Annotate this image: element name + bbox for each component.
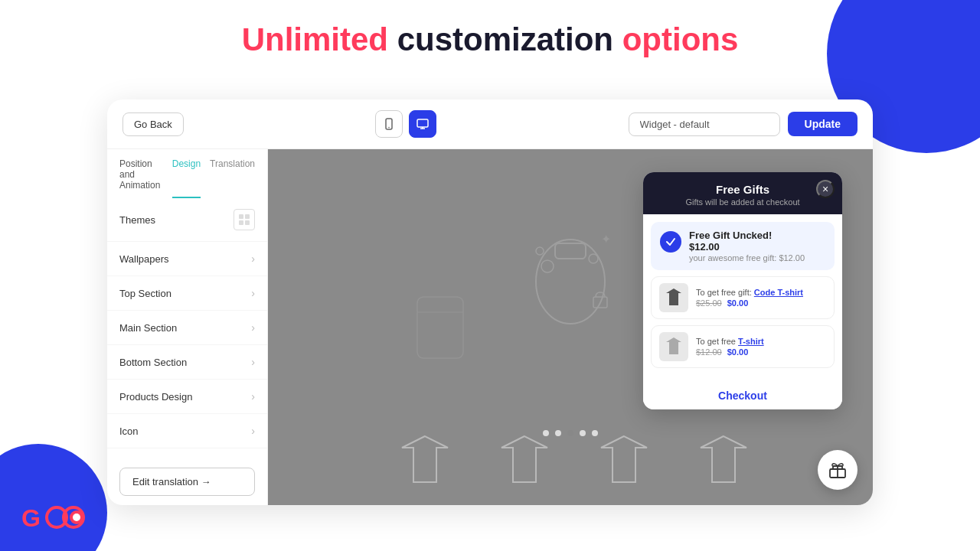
bottom-products [268, 413, 873, 505]
gift-locked-info-1: To get free gift: Code T-shirt $25.00 $0… [696, 288, 826, 308]
sidebar-items-list: Themes Wallpapers › [107, 198, 267, 458]
headline: Unlimited customization options [0, 21, 980, 58]
pagination-dots [543, 430, 598, 436]
svg-point-1 [388, 127, 390, 129]
tshirt-product-icon [663, 287, 684, 308]
svg-rect-16 [417, 297, 463, 358]
svg-rect-2 [417, 119, 428, 127]
sidebar-item-bottom-section[interactable]: Bottom Section › [107, 345, 267, 380]
logo-svg: G [21, 502, 90, 533]
desktop-icon [416, 118, 429, 130]
desktop-device-button[interactable] [409, 110, 436, 138]
free-gifts-widget: Free Gifts Gifts will be added at checko… [643, 172, 842, 409]
headline-word3: options [622, 21, 739, 57]
main-card: Go Back Update [107, 99, 873, 505]
chevron-right-icon: › [251, 253, 255, 265]
chevron-right-icon: › [251, 287, 255, 299]
free-price-2: $0.00 [727, 347, 749, 357]
sidebar-tabs: Position and Animation Design Translatio… [107, 149, 267, 198]
tab-design[interactable]: Design [172, 158, 201, 198]
gift-item-locked-1: To get free gift: Code T-shirt $25.00 $0… [651, 276, 835, 319]
gift-fab-icon [828, 460, 848, 480]
svg-point-27 [73, 514, 80, 521]
svg-point-11 [541, 260, 554, 272]
widget-body: Free Gift Uncked! $12.00 your awesome fr… [643, 214, 842, 382]
dot-1 [543, 430, 549, 436]
toolbar: Go Back Update [107, 99, 873, 149]
svg-point-9 [536, 240, 605, 324]
dot-3 [567, 430, 573, 436]
svg-point-12 [536, 247, 544, 255]
checkout-button[interactable]: Checkout [643, 382, 842, 409]
dot-5 [592, 430, 598, 436]
widget-close-button[interactable]: × [816, 180, 835, 198]
svg-rect-10 [555, 243, 586, 259]
toolbar-right: Update [629, 112, 858, 136]
gift-price: $12.00 [689, 241, 825, 253]
chevron-right-icon: › [251, 390, 255, 403]
chevron-right-icon: › [251, 425, 255, 437]
go-back-button[interactable]: Go Back [122, 112, 184, 136]
svg-text:G: G [21, 504, 41, 532]
headline-word1: Unlimited [242, 21, 388, 57]
content-area: Position and Animation Design Translatio… [107, 149, 873, 505]
sidebar-item-main-section[interactable]: Main Section › [107, 311, 267, 345]
themes-grid-icon [234, 209, 255, 230]
svg-rect-7 [239, 220, 243, 225]
gift-fab-button[interactable] [818, 450, 858, 490]
gift-info: Free Gift Uncked! $12.00 your awesome fr… [689, 230, 825, 262]
sidebar-item-products-design[interactable]: Products Design › [107, 380, 267, 414]
sidebar-item-themes[interactable]: Themes [107, 198, 267, 242]
gift-product-image-1 [659, 283, 688, 312]
preview-area: ✦ [268, 149, 873, 505]
gift-prices-2: $12.00 $0.00 [696, 347, 826, 357]
gift-locked-info-2: To get free T-shirt $12.00 $0.00 [696, 337, 826, 357]
gift-description: your awesome free gift: $12.00 [689, 253, 825, 262]
update-button[interactable]: Update [788, 112, 858, 136]
widget-select-input[interactable] [629, 112, 780, 136]
dot-2 [555, 430, 561, 436]
tab-translation[interactable]: Translation [210, 158, 255, 198]
bg-decoration-bottom-left [0, 444, 107, 551]
tab-position-animation[interactable]: Position and Animation [119, 158, 163, 198]
mobile-device-button[interactable] [375, 110, 403, 138]
toolbar-center [193, 110, 619, 138]
svg-text:✦: ✦ [601, 233, 611, 246]
mobile-icon [383, 118, 395, 130]
check-circle-icon [660, 231, 681, 253]
chevron-right-icon: › [251, 356, 255, 368]
widget-title: Free Gifts [655, 183, 830, 196]
product-link-1[interactable]: Code T-shirt [754, 288, 803, 297]
gift-item-unlocked: Free Gift Uncked! $12.00 your awesome fr… [651, 222, 835, 270]
svg-rect-5 [239, 214, 243, 219]
gift-prices-1: $25.00 $0.00 [696, 298, 826, 308]
sidebar-item-wallpapers[interactable]: Wallpapers › [107, 242, 267, 276]
tshirt-product-icon-2 [663, 336, 684, 357]
gift-product-image-2 [659, 332, 688, 361]
sidebar-item-icon[interactable]: Icon › [107, 414, 267, 448]
original-price-1: $25.00 [696, 298, 722, 308]
gift-name: Free Gift Uncked! [689, 230, 825, 241]
svg-rect-8 [245, 220, 250, 225]
dot-4 [580, 430, 586, 436]
product-link-2[interactable]: T-shirt [738, 337, 764, 346]
free-price-1: $0.00 [727, 298, 749, 308]
gift-item-locked-2: To get free T-shirt $12.00 $0.00 [651, 325, 835, 368]
gift-to-get-1: To get free gift: Code T-shirt [696, 288, 826, 297]
edit-translation-button[interactable]: Edit translation → [119, 468, 255, 496]
svg-point-13 [589, 254, 598, 263]
sidebar: Position and Animation Design Translatio… [107, 149, 268, 505]
sidebar-item-top-section[interactable]: Top Section › [107, 276, 267, 311]
chevron-right-icon: › [251, 321, 255, 334]
svg-rect-6 [245, 214, 250, 219]
headline-word2: customization [397, 21, 613, 57]
widget-subtitle: Gifts will be added at checkout [655, 197, 830, 207]
original-price-2: $12.00 [696, 347, 722, 357]
widget-header: Free Gifts Gifts will be added at checko… [643, 172, 842, 214]
gift-to-get-2: To get free T-shirt [696, 337, 826, 346]
logo: G [21, 502, 90, 533]
